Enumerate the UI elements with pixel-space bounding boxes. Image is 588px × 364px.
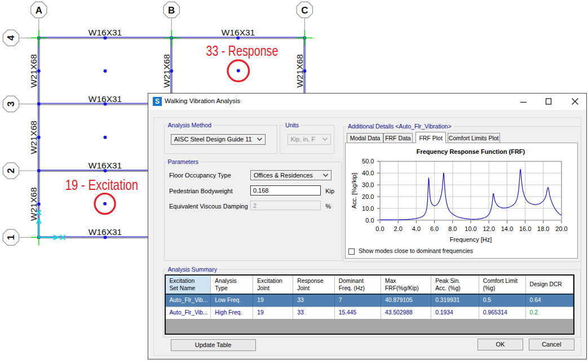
svg-text:18.0: 18.0 <box>537 225 549 232</box>
svg-text:2: 2 <box>6 168 16 173</box>
svg-text:A: A <box>36 5 42 16</box>
svg-text:1: 1 <box>6 235 16 240</box>
svg-text:0.0: 0.0 <box>375 225 384 232</box>
svg-text:Frequency [Hz]: Frequency [Hz] <box>450 236 492 243</box>
svg-text:W16X31: W16X31 <box>89 28 122 37</box>
svg-text:Acc. [%g/kip]: Acc. [%g/kip] <box>351 173 357 209</box>
svg-text:4: 4 <box>6 35 16 41</box>
svg-text:Frequency Response Function (F: Frequency Response Function (FRF) <box>417 148 525 155</box>
svg-text:16.0: 16.0 <box>519 225 531 232</box>
svg-text:6.0: 6.0 <box>430 225 439 232</box>
svg-text:0.0: 0.0 <box>365 217 374 224</box>
svg-text:W16X31: W16X31 <box>89 161 122 170</box>
svg-text:W21X68: W21X68 <box>162 54 171 87</box>
svg-text:W16X31: W16X31 <box>222 28 255 37</box>
svg-text:W16X31: W16X31 <box>89 227 122 237</box>
svg-text:4.0: 4.0 <box>412 225 421 232</box>
svg-text:14.0: 14.0 <box>501 225 513 232</box>
svg-text:8.0: 8.0 <box>448 225 457 232</box>
svg-text:10.0: 10.0 <box>362 205 374 212</box>
svg-text:B: B <box>168 5 175 16</box>
svg-text:33 - Response: 33 - Response <box>206 43 278 59</box>
svg-text:12.0: 12.0 <box>483 225 494 232</box>
svg-text:3: 3 <box>6 101 16 106</box>
svg-text:20.0: 20.0 <box>362 193 374 200</box>
svg-text:10.0: 10.0 <box>465 225 476 232</box>
svg-text:40.0: 40.0 <box>362 170 374 176</box>
svg-text:W21X68: W21X68 <box>29 54 38 87</box>
svg-text:W21X68: W21X68 <box>295 54 304 87</box>
svg-text:C: C <box>301 5 308 16</box>
svg-text:19 - Excitation: 19 - Excitation <box>65 177 139 193</box>
svg-text:30.0: 30.0 <box>362 181 374 188</box>
svg-text:20.0: 20.0 <box>555 225 567 232</box>
svg-text:W21X68: W21X68 <box>29 187 38 220</box>
svg-text:50.0: 50.0 <box>362 158 374 165</box>
svg-text:W16X31: W16X31 <box>89 94 122 104</box>
svg-text:W21X68: W21X68 <box>29 121 38 154</box>
svg-text:2.0: 2.0 <box>394 225 403 232</box>
